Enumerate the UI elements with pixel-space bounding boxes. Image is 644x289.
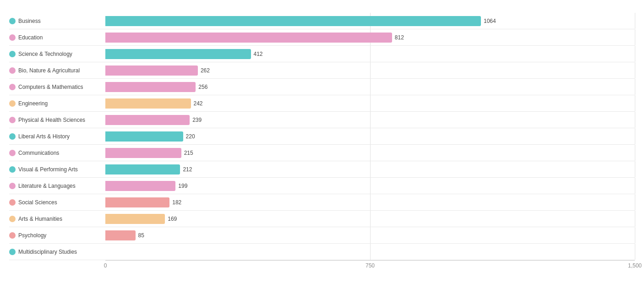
table-row: Arts & Humanities 169 xyxy=(9,211,635,227)
bar-label: Science & Technology xyxy=(9,51,105,57)
x-tick: 750 xyxy=(366,262,375,269)
bar-value: 85 xyxy=(138,232,144,239)
bar-fill xyxy=(105,197,169,207)
grid-line-1500 xyxy=(635,161,635,177)
bar-label-text: Arts & Humanities xyxy=(18,216,62,222)
bar-dot xyxy=(9,232,16,239)
bar-fill xyxy=(105,115,190,125)
bar-track: 215 xyxy=(105,145,635,161)
grid-line-1500 xyxy=(635,194,635,210)
grid-line-750 xyxy=(370,161,371,177)
bar-dot xyxy=(9,100,16,107)
bar-label: Multidisciplinary Studies xyxy=(9,249,105,255)
bar-label-text: Liberal Arts & History xyxy=(18,133,70,140)
bar-fill xyxy=(105,65,198,76)
grid-line-750 xyxy=(370,227,371,243)
bar-label-text: Computers & Mathematics xyxy=(18,84,83,90)
bar-track: 256 xyxy=(105,79,635,95)
bar-track: 212 xyxy=(105,161,635,177)
grid-line-750 xyxy=(370,244,371,260)
bar-label: Visual & Performing Arts xyxy=(9,166,105,173)
table-row: Liberal Arts & History 220 xyxy=(9,128,635,145)
bar-fill xyxy=(105,230,136,240)
bar-fill xyxy=(105,82,196,92)
bar-label: Bio, Nature & Agricultural xyxy=(9,67,105,74)
grid-line-750 xyxy=(370,178,371,194)
bar-track: 182 xyxy=(105,194,635,210)
bar-track: 239 xyxy=(105,112,635,128)
table-row: Visual & Performing Arts 212 xyxy=(9,161,635,178)
bar-value: 215 xyxy=(184,150,193,156)
bar-dot xyxy=(9,51,16,57)
grid-line-1500 xyxy=(635,128,635,144)
bar-value: 199 xyxy=(178,183,187,189)
grid-line-750 xyxy=(370,112,371,128)
bar-fill xyxy=(105,98,191,109)
bar-value: 242 xyxy=(194,100,203,107)
grid-line-750 xyxy=(370,79,371,95)
grid-line-1500 xyxy=(635,79,635,95)
table-row: Computers & Mathematics 256 xyxy=(9,79,635,95)
bar-dot xyxy=(9,216,16,222)
grid-line-750 xyxy=(370,46,371,62)
table-row: Science & Technology 412 xyxy=(9,46,635,62)
grid-line-1500 xyxy=(635,46,635,62)
bar-label-text: Science & Technology xyxy=(18,51,72,57)
bar-track: 262 xyxy=(105,62,635,78)
bar-dot xyxy=(9,249,16,255)
bar-label: Psychology xyxy=(9,232,105,239)
table-row: Social Sciences 182 xyxy=(9,194,635,211)
bar-track: 199 xyxy=(105,178,635,194)
x-tick: 1,500 xyxy=(628,262,642,269)
table-row: Psychology 85 xyxy=(9,227,635,244)
bar-track: 812 xyxy=(105,29,635,45)
grid-line-1500 xyxy=(635,112,635,128)
grid-line-750 xyxy=(370,194,371,210)
bar-track: 1064 xyxy=(105,13,635,29)
table-row: Literature & Languages 199 xyxy=(9,178,635,194)
bar-dot xyxy=(9,133,16,140)
bar-value: 256 xyxy=(198,84,207,90)
x-axis-line xyxy=(105,260,635,261)
grid-line-1500 xyxy=(635,13,635,29)
bar-track xyxy=(105,244,635,260)
bar-label-text: Literature & Languages xyxy=(18,183,76,189)
bar-track: 412 xyxy=(105,46,635,62)
bar-label-text: Multidisciplinary Studies xyxy=(18,249,77,255)
bar-label: Social Sciences xyxy=(9,199,105,206)
bar-label: Arts & Humanities xyxy=(9,216,105,222)
bar-label-text: Bio, Nature & Agricultural xyxy=(18,67,80,74)
bar-label-text: Psychology xyxy=(18,232,46,239)
bar-value: 262 xyxy=(201,67,210,74)
grid-line-1500 xyxy=(635,227,635,243)
bar-label: Physical & Health Sciences xyxy=(9,117,105,123)
grid-line-1500 xyxy=(635,211,635,227)
bar-fill xyxy=(105,33,392,43)
bar-label: Business xyxy=(9,18,105,24)
grid-line-1500 xyxy=(635,29,635,45)
grid-line-750 xyxy=(370,62,371,78)
bar-label: Computers & Mathematics xyxy=(9,84,105,90)
bar-track: 85 xyxy=(105,227,635,243)
bar-fill xyxy=(105,181,175,191)
bar-label-text: Social Sciences xyxy=(18,199,57,206)
x-axis: 07501,500 xyxy=(105,262,635,272)
bar-value: 412 xyxy=(254,51,263,57)
bar-fill xyxy=(105,16,481,26)
table-row: Education 812 xyxy=(9,29,635,46)
grid-line-1500 xyxy=(635,178,635,194)
x-tick: 0 xyxy=(104,262,107,269)
bar-value: 212 xyxy=(183,166,192,173)
bar-dot xyxy=(9,18,16,24)
bar-value: 169 xyxy=(168,216,177,222)
bar-label: Communications xyxy=(9,150,105,156)
table-row: Physical & Health Sciences 239 xyxy=(9,112,635,128)
bar-value: 239 xyxy=(192,117,202,123)
chart-container: Business 1064 Education 812 Science & Te… xyxy=(0,0,644,289)
table-row: Business 1064 xyxy=(9,13,635,29)
bar-fill xyxy=(105,164,180,174)
bar-fill xyxy=(105,49,251,59)
bar-dot xyxy=(9,117,16,123)
grid-line-750 xyxy=(370,95,371,111)
bar-track: 169 xyxy=(105,211,635,227)
